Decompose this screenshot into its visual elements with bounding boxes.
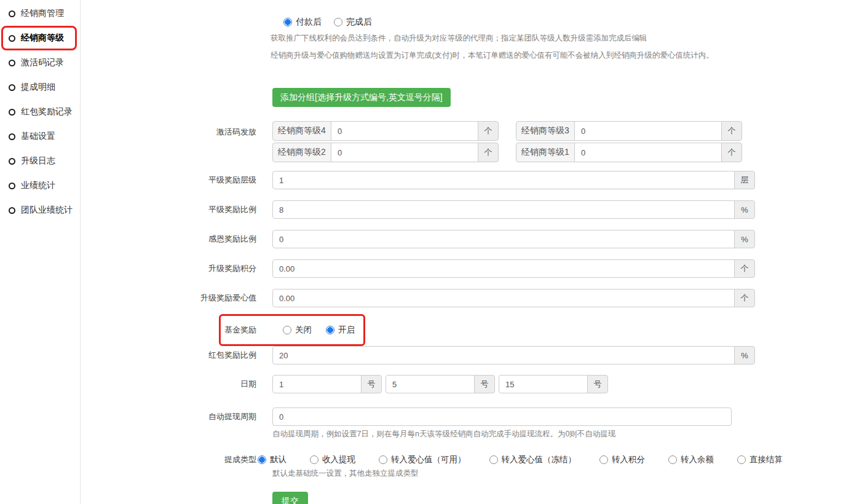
radio-icon bbox=[310, 455, 318, 464]
sidebar-item-label: 提成明细 bbox=[21, 82, 55, 93]
unit-addon: 层 bbox=[734, 171, 755, 189]
unit-addon: 个 bbox=[721, 143, 742, 162]
radio-commission-direct[interactable]: 直接结算 bbox=[737, 454, 783, 465]
radio-label: 默认 bbox=[270, 454, 287, 465]
commission-type-row: 提成类型 默认 收入提现 转入爱心值（可用） 转入爱心值（冻结） bbox=[81, 454, 862, 465]
activation-level2-input[interactable] bbox=[331, 143, 478, 162]
radio-label: 关闭 bbox=[295, 325, 312, 336]
radio-icon bbox=[668, 455, 677, 464]
date-group-1: 号 bbox=[272, 375, 382, 393]
sidebar-item-label: 经销商管理 bbox=[21, 8, 64, 19]
field-label: 感恩奖励比例 bbox=[81, 234, 256, 245]
radio-after-completion[interactable]: 完成后 bbox=[334, 17, 372, 28]
radio-icon bbox=[489, 455, 498, 464]
field-label: 自动提现周期 bbox=[81, 411, 256, 422]
auto-withdraw-hint: 自动提现周期，例如设置7日，则在每月每n天该等级经销商自动完成手动提现流程。为0… bbox=[272, 430, 862, 438]
radio-commission-default[interactable]: 默认 bbox=[258, 454, 287, 465]
commission-type-hint: 默认走基础统一设置，其他走独立提成类型 bbox=[272, 469, 862, 478]
unit-addon: % bbox=[734, 346, 755, 364]
group-label: 经销商等级4 bbox=[272, 121, 331, 141]
circle-icon bbox=[9, 183, 15, 189]
radio-label: 付款后 bbox=[296, 17, 322, 28]
peer-reward-level-input[interactable] bbox=[272, 171, 735, 189]
unit-addon: 个 bbox=[734, 259, 755, 278]
activation-group-level3: 经销商等级3 个 bbox=[516, 121, 742, 141]
radio-commission-balance[interactable]: 转入余额 bbox=[668, 454, 714, 465]
activation-level3-input[interactable] bbox=[574, 121, 722, 141]
unit-addon: 个 bbox=[478, 143, 499, 162]
dates-row: 日期 号 号 号 bbox=[81, 375, 862, 393]
radio-commission-points[interactable]: 转入积分 bbox=[599, 454, 645, 465]
circle-icon bbox=[9, 60, 15, 66]
auto-withdraw-row: 自动提现周期 bbox=[81, 408, 862, 426]
radio-icon bbox=[326, 326, 334, 334]
unit-addon: % bbox=[734, 200, 755, 219]
sidebar-item-redpacket-records[interactable]: 红包奖励记录 bbox=[0, 100, 80, 124]
auto-withdraw-input[interactable] bbox=[272, 408, 732, 426]
circle-icon bbox=[9, 10, 15, 17]
peer-reward-ratio-row: 平级奖励比例 % bbox=[81, 200, 862, 219]
sidebar-item-team-performance-stats[interactable]: 团队业绩统计 bbox=[0, 198, 80, 222]
sidebar-item-label: 红包奖励记录 bbox=[21, 106, 73, 117]
radio-fund-on[interactable]: 开启 bbox=[326, 325, 355, 336]
unit-addon: 号 bbox=[474, 375, 495, 393]
unit-addon: 号 bbox=[587, 375, 608, 393]
upgrade-reward-points-input[interactable] bbox=[272, 259, 735, 278]
radio-label: 转入爱心值（可用） bbox=[391, 454, 466, 465]
circle-icon bbox=[9, 84, 15, 91]
activation-group-level1: 经销商等级1 个 bbox=[516, 143, 742, 162]
circle-icon bbox=[9, 133, 15, 140]
unit-addon: % bbox=[734, 230, 755, 248]
group-label: 经销商等级1 bbox=[516, 143, 575, 162]
sidebar-item-dealer-management[interactable]: 经销商管理 bbox=[0, 1, 80, 26]
radio-icon bbox=[334, 18, 342, 26]
radio-commission-withdraw[interactable]: 收入提现 bbox=[310, 454, 355, 465]
sidebar-item-performance-stats[interactable]: 业绩统计 bbox=[0, 173, 80, 198]
radio-fund-off[interactable]: 关闭 bbox=[283, 325, 312, 336]
radio-label: 直接结算 bbox=[749, 454, 783, 465]
activation-group-level4: 经销商等级4 个 bbox=[272, 121, 499, 141]
radio-after-payment[interactable]: 付款后 bbox=[283, 17, 322, 28]
circle-icon bbox=[9, 35, 15, 42]
radio-icon bbox=[283, 18, 292, 26]
activation-level1-input[interactable] bbox=[574, 143, 722, 162]
gratitude-reward-ratio-input[interactable] bbox=[272, 230, 735, 248]
sidebar: 经销商管理 经销商等级 激活码记录 提成明细 红包奖励记录 基础设置 升级日志 bbox=[0, 0, 81, 504]
redpacket-ratio-input[interactable] bbox=[272, 346, 735, 364]
submit-button[interactable]: 提交 bbox=[272, 492, 308, 504]
peer-reward-ratio-input[interactable] bbox=[272, 200, 735, 219]
upgrade-reward-love-input[interactable] bbox=[272, 289, 735, 307]
radio-icon bbox=[379, 455, 387, 464]
date-group-3: 号 bbox=[499, 375, 608, 393]
sidebar-item-label: 升级日志 bbox=[21, 156, 55, 167]
field-label: 升级奖励积分 bbox=[81, 263, 256, 274]
radio-label: 转入爱心值（冻结） bbox=[502, 454, 577, 465]
sidebar-item-label: 团队业绩统计 bbox=[21, 205, 73, 216]
radio-commission-love-available[interactable]: 转入爱心值（可用） bbox=[379, 454, 466, 465]
sidebar-item-basic-settings[interactable]: 基础设置 bbox=[0, 124, 80, 149]
circle-icon bbox=[9, 158, 15, 165]
field-label: 基金奖励 bbox=[81, 325, 256, 336]
add-group-button[interactable]: 添加分组[选择升级方式编号,英文逗号分隔] bbox=[272, 88, 451, 107]
sidebar-item-upgrade-log[interactable]: 升级日志 bbox=[0, 149, 80, 173]
date-1-input[interactable] bbox=[272, 375, 362, 393]
sidebar-item-commission-details[interactable]: 提成明细 bbox=[0, 75, 80, 100]
unit-addon: 号 bbox=[361, 375, 382, 393]
unit-addon: 个 bbox=[478, 121, 499, 141]
unit-addon: 个 bbox=[734, 289, 755, 307]
main-form: 付款后 完成后 获取推广下线权利的会员达到条件，自动升级为对应等级的代理商；指定… bbox=[81, 0, 862, 504]
peer-reward-level-row: 平级奖励层级 层 bbox=[81, 171, 862, 189]
field-label: 平级奖励层级 bbox=[81, 175, 256, 186]
sidebar-item-dealer-level[interactable]: 经销商等级 bbox=[0, 26, 80, 50]
upgrade-hint-1: 获取推广下线权利的会员达到条件，自动升级为对应等级的代理商；指定某团队等级人数升… bbox=[271, 34, 862, 42]
radio-commission-love-frozen[interactable]: 转入爱心值（冻结） bbox=[489, 454, 577, 465]
group-label: 经销商等级3 bbox=[516, 121, 575, 141]
field-label: 提成类型 bbox=[81, 454, 256, 465]
activation-level4-input[interactable] bbox=[331, 121, 478, 141]
date-2-input[interactable] bbox=[386, 375, 475, 393]
field-label: 升级奖励爱心值 bbox=[81, 293, 256, 304]
page: 经销商管理 经销商等级 激活码记录 提成明细 红包奖励记录 基础设置 升级日志 bbox=[0, 0, 862, 504]
radio-icon bbox=[283, 326, 291, 334]
date-3-input[interactable] bbox=[499, 375, 588, 393]
sidebar-item-activation-code-records[interactable]: 激活码记录 bbox=[0, 50, 80, 75]
